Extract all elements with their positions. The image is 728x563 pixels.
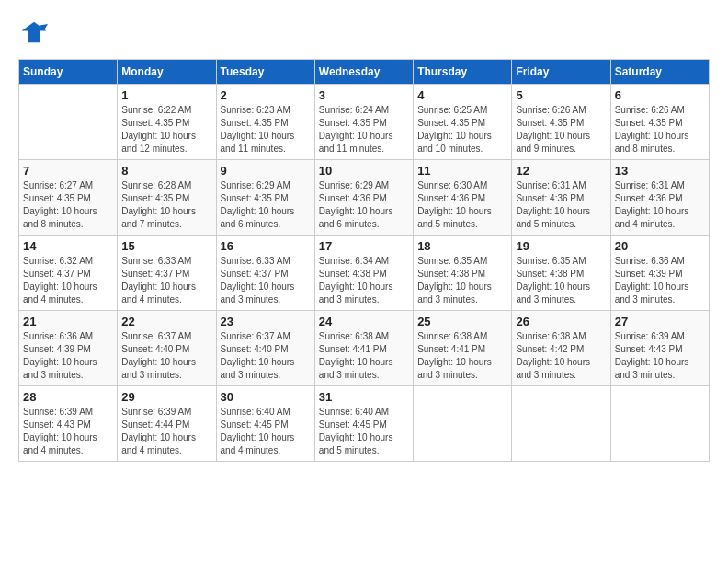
day-info: Sunrise: 6:30 AM Sunset: 4:36 PM Dayligh…	[417, 179, 507, 231]
calendar-cell: 29Sunrise: 6:39 AM Sunset: 4:44 PM Dayli…	[118, 386, 216, 462]
logo-bird-icon	[20, 18, 48, 46]
calendar-cell: 5Sunrise: 6:26 AM Sunset: 4:35 PM Daylig…	[512, 85, 610, 160]
day-number: 1	[121, 88, 211, 102]
calendar-cell: 13Sunrise: 6:31 AM Sunset: 4:36 PM Dayli…	[610, 160, 709, 236]
day-number: 15	[121, 239, 211, 253]
day-info: Sunrise: 6:39 AM Sunset: 4:44 PM Dayligh…	[121, 406, 211, 457]
day-info: Sunrise: 6:29 AM Sunset: 4:35 PM Dayligh…	[221, 179, 311, 231]
calendar-week-2: 7Sunrise: 6:27 AM Sunset: 4:35 PM Daylig…	[19, 160, 710, 236]
calendar-cell: 19Sunrise: 6:35 AM Sunset: 4:38 PM Dayli…	[512, 236, 610, 311]
calendar-cell: 24Sunrise: 6:38 AM Sunset: 4:41 PM Dayli…	[314, 311, 413, 386]
calendar-cell	[414, 386, 512, 462]
logo	[18, 18, 48, 50]
day-number: 10	[319, 164, 409, 178]
day-number: 7	[23, 164, 113, 178]
day-number: 16	[221, 239, 311, 253]
day-number: 11	[417, 164, 507, 178]
calendar-week-4: 21Sunrise: 6:36 AM Sunset: 4:39 PM Dayli…	[19, 311, 710, 386]
day-number: 18	[417, 239, 507, 253]
day-info: Sunrise: 6:26 AM Sunset: 4:35 PM Dayligh…	[615, 104, 705, 155]
day-number: 14	[23, 239, 113, 253]
day-number: 30	[221, 390, 311, 404]
calendar-cell: 17Sunrise: 6:34 AM Sunset: 4:38 PM Dayli…	[314, 236, 413, 311]
weekday-header-friday: Friday	[512, 60, 610, 85]
day-info: Sunrise: 6:24 AM Sunset: 4:35 PM Dayligh…	[319, 104, 409, 155]
calendar-cell: 27Sunrise: 6:39 AM Sunset: 4:43 PM Dayli…	[610, 311, 709, 386]
day-info: Sunrise: 6:39 AM Sunset: 4:43 PM Dayligh…	[615, 330, 705, 382]
day-number: 17	[319, 239, 409, 253]
weekday-header-saturday: Saturday	[610, 60, 709, 85]
calendar-cell: 7Sunrise: 6:27 AM Sunset: 4:35 PM Daylig…	[19, 160, 118, 236]
day-info: Sunrise: 6:33 AM Sunset: 4:37 PM Dayligh…	[121, 255, 211, 306]
calendar-week-5: 28Sunrise: 6:39 AM Sunset: 4:43 PM Dayli…	[19, 386, 710, 462]
day-number: 8	[121, 164, 211, 178]
calendar-cell: 31Sunrise: 6:40 AM Sunset: 4:45 PM Dayli…	[314, 386, 413, 462]
day-info: Sunrise: 6:40 AM Sunset: 4:45 PM Dayligh…	[319, 406, 409, 457]
day-info: Sunrise: 6:38 AM Sunset: 4:41 PM Dayligh…	[319, 330, 409, 382]
day-number: 23	[221, 315, 311, 328]
calendar-cell: 21Sunrise: 6:36 AM Sunset: 4:39 PM Dayli…	[19, 311, 118, 386]
day-info: Sunrise: 6:35 AM Sunset: 4:38 PM Dayligh…	[417, 255, 507, 306]
day-info: Sunrise: 6:35 AM Sunset: 4:38 PM Dayligh…	[516, 255, 606, 306]
day-info: Sunrise: 6:34 AM Sunset: 4:38 PM Dayligh…	[319, 255, 409, 306]
weekday-header-wednesday: Wednesday	[314, 60, 413, 85]
day-info: Sunrise: 6:32 AM Sunset: 4:37 PM Dayligh…	[23, 255, 113, 306]
day-info: Sunrise: 6:29 AM Sunset: 4:36 PM Dayligh…	[319, 179, 409, 231]
day-number: 12	[516, 164, 606, 178]
day-number: 26	[516, 315, 606, 328]
weekday-header-thursday: Thursday	[414, 60, 512, 85]
calendar-cell: 23Sunrise: 6:37 AM Sunset: 4:40 PM Dayli…	[216, 311, 314, 386]
day-number: 13	[615, 164, 705, 178]
day-number: 31	[319, 390, 409, 404]
day-info: Sunrise: 6:31 AM Sunset: 4:36 PM Dayligh…	[516, 179, 606, 231]
calendar-cell: 2Sunrise: 6:23 AM Sunset: 4:35 PM Daylig…	[216, 85, 314, 160]
weekday-header-monday: Monday	[118, 60, 216, 85]
calendar-cell: 22Sunrise: 6:37 AM Sunset: 4:40 PM Dayli…	[118, 311, 216, 386]
weekday-header-row: SundayMondayTuesdayWednesdayThursdayFrid…	[19, 60, 710, 85]
calendar-cell	[19, 85, 118, 160]
calendar-cell: 9Sunrise: 6:29 AM Sunset: 4:35 PM Daylig…	[216, 160, 314, 236]
calendar-cell: 1Sunrise: 6:22 AM Sunset: 4:35 PM Daylig…	[118, 85, 216, 160]
weekday-header-tuesday: Tuesday	[216, 60, 314, 85]
day-info: Sunrise: 6:27 AM Sunset: 4:35 PM Dayligh…	[23, 179, 113, 231]
calendar-cell: 11Sunrise: 6:30 AM Sunset: 4:36 PM Dayli…	[414, 160, 512, 236]
day-info: Sunrise: 6:36 AM Sunset: 4:39 PM Dayligh…	[615, 255, 705, 306]
calendar-cell: 25Sunrise: 6:38 AM Sunset: 4:41 PM Dayli…	[414, 311, 512, 386]
day-info: Sunrise: 6:38 AM Sunset: 4:42 PM Dayligh…	[516, 330, 606, 382]
calendar-cell: 16Sunrise: 6:33 AM Sunset: 4:37 PM Dayli…	[216, 236, 314, 311]
calendar-cell: 18Sunrise: 6:35 AM Sunset: 4:38 PM Dayli…	[414, 236, 512, 311]
day-info: Sunrise: 6:39 AM Sunset: 4:43 PM Dayligh…	[23, 406, 113, 457]
calendar-cell: 14Sunrise: 6:32 AM Sunset: 4:37 PM Dayli…	[19, 236, 118, 311]
calendar-cell: 12Sunrise: 6:31 AM Sunset: 4:36 PM Dayli…	[512, 160, 610, 236]
day-number: 25	[417, 315, 507, 328]
day-number: 22	[121, 315, 211, 328]
day-info: Sunrise: 6:37 AM Sunset: 4:40 PM Dayligh…	[121, 330, 211, 382]
weekday-header-sunday: Sunday	[19, 60, 118, 85]
day-info: Sunrise: 6:38 AM Sunset: 4:41 PM Dayligh…	[417, 330, 507, 382]
day-number: 3	[319, 88, 409, 102]
calendar-cell: 20Sunrise: 6:36 AM Sunset: 4:39 PM Dayli…	[610, 236, 709, 311]
page-header	[18, 18, 710, 50]
calendar-cell: 15Sunrise: 6:33 AM Sunset: 4:37 PM Dayli…	[118, 236, 216, 311]
day-number: 6	[615, 88, 705, 102]
day-number: 9	[221, 164, 311, 178]
day-number: 20	[615, 239, 705, 253]
calendar-cell: 28Sunrise: 6:39 AM Sunset: 4:43 PM Dayli…	[19, 386, 118, 462]
calendar-cell	[610, 386, 709, 462]
calendar-cell: 3Sunrise: 6:24 AM Sunset: 4:35 PM Daylig…	[314, 85, 413, 160]
calendar-cell: 26Sunrise: 6:38 AM Sunset: 4:42 PM Dayli…	[512, 311, 610, 386]
day-info: Sunrise: 6:40 AM Sunset: 4:45 PM Dayligh…	[221, 406, 311, 457]
day-number: 4	[417, 88, 507, 102]
day-number: 5	[516, 88, 606, 102]
day-number: 27	[615, 315, 705, 328]
calendar-table: SundayMondayTuesdayWednesdayThursdayFrid…	[18, 59, 710, 462]
day-info: Sunrise: 6:36 AM Sunset: 4:39 PM Dayligh…	[23, 330, 113, 382]
calendar-cell: 30Sunrise: 6:40 AM Sunset: 4:45 PM Dayli…	[216, 386, 314, 462]
day-info: Sunrise: 6:28 AM Sunset: 4:35 PM Dayligh…	[121, 179, 211, 231]
day-info: Sunrise: 6:23 AM Sunset: 4:35 PM Dayligh…	[221, 104, 311, 155]
calendar-cell: 10Sunrise: 6:29 AM Sunset: 4:36 PM Dayli…	[314, 160, 413, 236]
calendar-cell: 8Sunrise: 6:28 AM Sunset: 4:35 PM Daylig…	[118, 160, 216, 236]
calendar-week-3: 14Sunrise: 6:32 AM Sunset: 4:37 PM Dayli…	[19, 236, 710, 311]
calendar-cell: 4Sunrise: 6:25 AM Sunset: 4:35 PM Daylig…	[414, 85, 512, 160]
day-info: Sunrise: 6:33 AM Sunset: 4:37 PM Dayligh…	[221, 255, 311, 306]
